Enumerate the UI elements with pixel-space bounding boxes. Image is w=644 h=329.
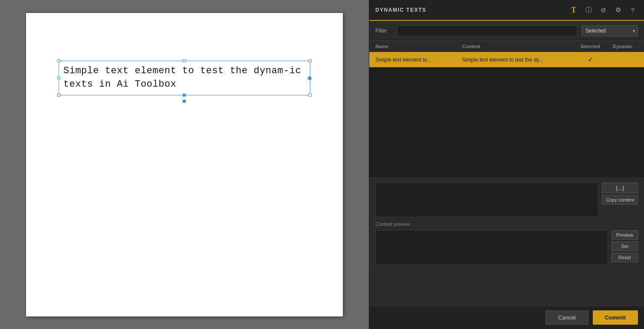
document-page: Simple text element to test the dynam-ic… [26,13,343,316]
cancel-button[interactable]: Cancel [545,310,588,325]
set-button[interactable]: Set [611,241,638,251]
table-area: Name Content Selected Dynamic Simple tex… [369,41,644,178]
row-name: Simple text element to... [375,57,462,63]
footer-row: Cancel Commit [369,306,644,329]
content-preview-label: Content preview [375,222,638,227]
panel-header: DYNAMIC TEXTS T ⓘ ⊘ ⚙ ? [369,0,644,21]
bottom-area: {...} Copy content Content preview Previ… [369,178,644,306]
col-header-dynamic: Dynamic [608,44,638,49]
canvas-text-content: Simple text element to test the dynam-ic… [59,61,310,95]
table-body: Simple text element to... Simple text el… [369,52,644,178]
filter-label: Filter [375,28,393,34]
filter-select[interactable]: All Selected Dynamic [582,25,638,36]
text-element-box[interactable]: Simple text element to test the dynam-ic… [59,61,310,95]
handle-extend[interactable] [183,100,186,103]
table-row[interactable]: Simple text element to... Simple text el… [369,52,644,68]
handle-bottom-left[interactable] [57,94,60,97]
handle-top-left[interactable] [57,59,60,62]
panel-icon-group: T ⓘ ⊘ ⚙ ? [568,5,638,15]
table-header: Name Content Selected Dynamic [369,41,644,52]
copy-content-button[interactable]: Copy content [602,195,638,205]
preview-button[interactable]: Preview [611,230,638,240]
content-editor[interactable] [375,182,598,217]
handle-top-center[interactable] [183,59,186,62]
col-header-selected: Selected [573,44,608,49]
col-header-name: Name [375,44,462,49]
compass-icon[interactable]: ⊘ [598,5,608,15]
filter-input[interactable] [397,25,577,36]
commit-button[interactable]: Commit [593,310,638,325]
right-panel: DYNAMIC TEXTS T ⓘ ⊘ ⚙ ? Filter All Selec… [369,0,644,329]
filter-row: Filter All Selected Dynamic [369,21,644,41]
content-side-buttons: {...} Copy content [602,182,638,217]
canvas-area: Simple text element to test the dynam-ic… [0,0,369,329]
template-button[interactable]: {...} [602,182,638,193]
filter-select-wrapper[interactable]: All Selected Dynamic [582,25,638,36]
help-icon[interactable]: ? [628,5,638,15]
reset-button[interactable]: Reset [611,253,638,262]
info-icon[interactable]: ⓘ [583,5,594,15]
handle-top-right[interactable] [309,59,312,62]
handle-bottom-center[interactable] [183,94,186,97]
preview-side-buttons: Preview Set Reset [611,230,638,265]
text-tool-icon[interactable]: T [568,5,579,15]
handle-bottom-right[interactable] [309,94,312,97]
panel-title: DYNAMIC TEXTS [375,7,427,13]
handle-mid-right[interactable] [308,76,312,80]
row-selected-check: ✓ [573,55,608,64]
row-content: Simple text element to test the dy... [462,57,573,63]
preview-row: Preview Set Reset [375,230,638,265]
col-header-content: Content [462,44,573,49]
preview-editor[interactable] [375,230,608,265]
settings-icon[interactable]: ⚙ [613,5,623,15]
content-editor-row: {...} Copy content [375,182,638,217]
handle-mid-left[interactable] [57,76,60,79]
